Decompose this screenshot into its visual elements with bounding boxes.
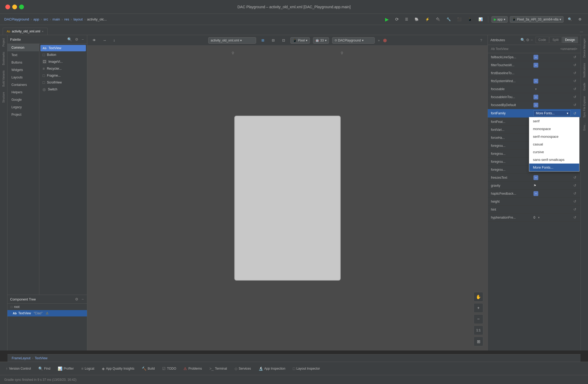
palette-item-scrollview[interactable]: □ ScrollView (40, 79, 86, 86)
tab-active[interactable]: Ab activity_old_xml.xml × (3, 28, 48, 35)
canvas-help[interactable]: ? (478, 37, 484, 43)
sync-file-explorer-btn[interactable]: Sync File Explorer (582, 95, 587, 119)
font-cursive[interactable]: cursive (529, 148, 579, 156)
breadcrumb-item[interactable]: DACPlayground (4, 17, 29, 21)
font-serif-monospace[interactable]: serif-monospace (529, 133, 579, 140)
canvas-blueprint[interactable]: ⊟ (270, 37, 277, 43)
canvas-resize-v[interactable]: ↕ (111, 37, 117, 43)
revert-hapticfeedback[interactable]: ↺ (572, 191, 577, 195)
zoom-in[interactable]: + (474, 303, 483, 313)
revert-gravity[interactable]: ↺ (572, 183, 577, 187)
breadcrumb-item-current[interactable]: activity_olc... (87, 17, 107, 21)
revert-freezestext[interactable]: ↺ (572, 176, 577, 180)
revert-fontfamily[interactable]: ↺ (572, 111, 577, 115)
gradle-side-btn[interactable]: Gradle (582, 82, 587, 92)
version-control-btn[interactable]: ↑ Version Control (3, 365, 34, 372)
breadcrumb-item[interactable]: app (34, 17, 39, 21)
pan-tool[interactable]: ✋ (474, 292, 483, 302)
breadcrumb-item[interactable]: res (64, 17, 69, 21)
breadcrumb-item[interactable]: main (52, 17, 60, 21)
more-tabs[interactable]: ⋯ (578, 29, 585, 35)
attr-close-btn[interactable]: − (530, 37, 533, 43)
palette-item-button[interactable]: □ Button (40, 51, 86, 58)
breadcrumb-item[interactable]: layout (73, 17, 83, 21)
profiler-btn[interactable]: 📊 Profiler (55, 365, 77, 372)
build-variants-btn[interactable]: Build Variants (1, 69, 6, 88)
zoom-out[interactable]: − (474, 314, 483, 324)
attr-row-fontfamily[interactable]: fontFamily More Fonts... ↺ serif monospa… (488, 109, 581, 118)
hyphenation-dropdown[interactable] (536, 215, 541, 220)
file-selector[interactable]: activity_old_xml.xml (208, 37, 256, 44)
clear-fitssystem[interactable]: − (533, 79, 538, 84)
debug-button[interactable]: ⟳ (393, 16, 401, 23)
palette-item-switch[interactable]: ◎ Switch (40, 86, 86, 93)
category-common[interactable]: Common (7, 44, 39, 51)
category-helpers[interactable]: Helpers (7, 89, 39, 96)
theme-selector[interactable]: ⊙ DACPlayground (332, 37, 375, 44)
run-button[interactable]: ▶ (383, 15, 391, 23)
canvas-eye-btn[interactable]: 👁 (90, 37, 98, 43)
terminal-btn[interactable]: >_ Terminal (206, 365, 230, 372)
revert-hint[interactable]: ↺ (572, 207, 577, 211)
tool5[interactable]: 📱 (466, 16, 474, 22)
split-view-btn[interactable]: Split (549, 37, 561, 43)
revert-firstbaseline[interactable]: ↺ (572, 71, 577, 75)
palette-item-imageview[interactable]: 🖼 ImageVi... (40, 58, 86, 65)
tool6[interactable]: 📊 (476, 16, 485, 22)
revert-filter[interactable]: ↺ (572, 63, 577, 67)
gradle-button[interactable]: 🐘 (412, 16, 421, 22)
fit-screen[interactable]: 1:1 (474, 325, 483, 335)
font-more-fonts[interactable]: More Fonts... (529, 164, 579, 171)
notifications-btn[interactable]: Notifications (582, 62, 587, 78)
build-btn[interactable]: 🔨 Build (139, 365, 158, 372)
stop-button[interactable]: ☰ (403, 16, 410, 22)
minimize-button[interactable] (12, 5, 17, 9)
focusable-dropdown[interactable] (533, 87, 538, 91)
revert-fitssystem[interactable]: ↺ (572, 79, 577, 83)
bottom-breadcrumb-framelayout[interactable]: FrameLayout (12, 356, 31, 360)
layout-inspector-btn[interactable]: □ Layout Inspector (290, 365, 323, 372)
clear-hapticfeedback[interactable]: − (533, 191, 538, 196)
app-inspection-btn[interactable]: 🔬 App Inspection (255, 365, 289, 372)
category-layouts[interactable]: Layouts (7, 74, 39, 81)
emu-btn[interactable]: Emu... (582, 122, 587, 132)
font-sans-serif-smallcaps[interactable]: sans-serif-smallcaps (529, 156, 579, 164)
palette-item-recyclerview[interactable]: ≡ Recycler... (40, 65, 86, 72)
clear-focusableintouch[interactable]: − (533, 95, 538, 99)
palette-settings-btn[interactable]: ⚙ (74, 37, 79, 42)
tree-item-root[interactable]: □ root (7, 304, 87, 310)
bottom-breadcrumb-textview[interactable]: TextView (35, 356, 48, 360)
palette-close-btn[interactable]: − (81, 37, 84, 42)
canvas-design-mode[interactable]: ⊞ (259, 37, 266, 43)
structure-btn[interactable]: Structure (1, 91, 6, 104)
tab-close[interactable]: × (42, 30, 43, 33)
app-quality-insights-btn[interactable]: ◆ App Quality Insights (99, 365, 138, 372)
font-casual[interactable]: casual (529, 140, 579, 148)
attr-search-btn[interactable]: 🔍 (520, 37, 526, 43)
canvas-combined[interactable]: ⊡ (280, 37, 287, 43)
revert-focusable[interactable]: ↺ (572, 87, 577, 91)
tree-settings-btn[interactable]: ⚙ (74, 297, 79, 302)
close-button[interactable] (5, 5, 10, 9)
palette-item-fragment[interactable]: □ Fragme... (40, 72, 86, 79)
tree-item-textview[interactable]: Ab TextView "Ciao" ⚠ (7, 310, 87, 316)
tool1[interactable]: ⚡ (423, 16, 432, 22)
device-manager-btn[interactable]: Device Manager (582, 37, 587, 59)
attr-settings-btn[interactable]: ⚙ (526, 37, 530, 43)
category-project[interactable]: Project (7, 111, 39, 118)
bookmarks-panel-btn[interactable]: Bookmarks (1, 51, 6, 66)
clear-freezestext[interactable]: − (533, 175, 538, 180)
category-google[interactable]: Google (7, 96, 39, 103)
tree-close-btn[interactable]: − (81, 297, 84, 302)
category-containers[interactable]: Containers (7, 81, 39, 89)
clear-focusedbydefault[interactable]: − (533, 103, 538, 107)
maximize-button[interactable] (19, 5, 24, 9)
palette-search-btn[interactable]: 🔍 (67, 37, 72, 42)
problems-btn[interactable]: ⚠ Problems (180, 365, 205, 372)
frame-view[interactable]: ⊞ (474, 337, 483, 346)
font-serif[interactable]: serif (529, 117, 579, 125)
category-buttons[interactable]: Buttons (7, 59, 39, 66)
logcat-btn[interactable]: ≡ Logcat (78, 365, 97, 372)
font-monospace[interactable]: monospace (529, 125, 579, 133)
revert-focusableintouch[interactable]: ↺ (572, 95, 577, 99)
